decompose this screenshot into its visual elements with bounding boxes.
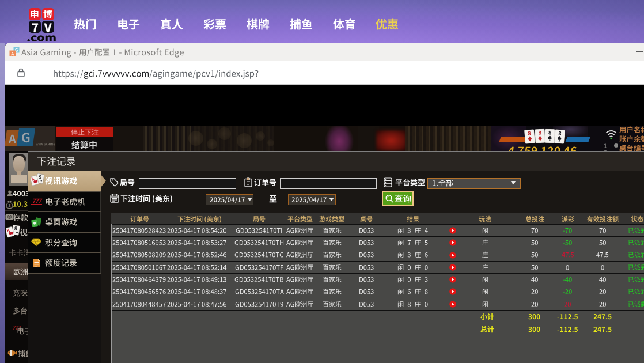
svg-text:$: $ [9,203,11,207]
